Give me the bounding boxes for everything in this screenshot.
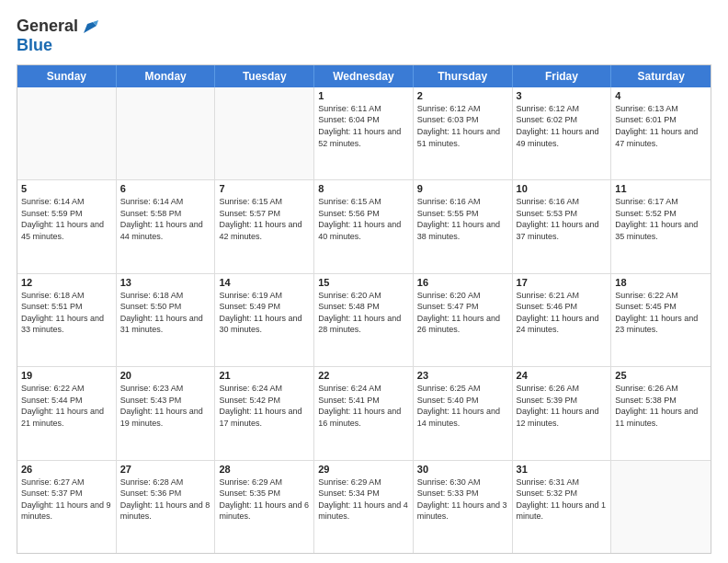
day-cell-1: 1Sunrise: 6:11 AMSunset: 6:04 PMDaylight… <box>314 87 414 179</box>
cell-info: Sunrise: 6:24 AMSunset: 5:42 PMDaylight:… <box>219 383 310 429</box>
cell-info: Sunrise: 6:29 AMSunset: 5:35 PMDaylight:… <box>219 477 310 523</box>
day-number: 5 <box>21 183 112 194</box>
cell-info: Sunrise: 6:12 AMSunset: 6:03 PMDaylight:… <box>417 103 508 149</box>
day-of-week-wednesday: Wednesday <box>314 65 414 87</box>
cell-info: Sunrise: 6:20 AMSunset: 5:47 PMDaylight:… <box>417 290 508 336</box>
day-number: 24 <box>517 370 608 381</box>
day-of-week-friday: Friday <box>513 65 612 87</box>
day-number: 6 <box>120 183 211 194</box>
cell-info: Sunrise: 6:15 AMSunset: 5:56 PMDaylight:… <box>318 196 409 242</box>
empty-cell <box>215 87 314 179</box>
calendar-header: SundayMondayTuesdayWednesdayThursdayFrid… <box>17 65 711 87</box>
cell-info: Sunrise: 6:13 AMSunset: 6:01 PMDaylight:… <box>615 103 707 149</box>
day-number: 12 <box>21 277 112 288</box>
day-of-week-thursday: Thursday <box>414 65 513 87</box>
cell-info: Sunrise: 6:11 AMSunset: 6:04 PMDaylight:… <box>318 103 409 149</box>
cell-info: Sunrise: 6:24 AMSunset: 5:41 PMDaylight:… <box>318 383 409 429</box>
day-number: 21 <box>219 370 310 381</box>
day-cell-10: 10Sunrise: 6:16 AMSunset: 5:53 PMDayligh… <box>513 180 612 272</box>
day-cell-8: 8Sunrise: 6:15 AMSunset: 5:56 PMDaylight… <box>314 180 414 272</box>
day-cell-7: 7Sunrise: 6:15 AMSunset: 5:57 PMDaylight… <box>215 180 314 272</box>
cell-info: Sunrise: 6:14 AMSunset: 5:58 PMDaylight:… <box>120 196 211 242</box>
day-number: 1 <box>318 90 409 101</box>
calendar: SundayMondayTuesdayWednesdayThursdayFrid… <box>17 64 711 554</box>
day-number: 15 <box>318 277 409 288</box>
day-cell-31: 31Sunrise: 6:31 AMSunset: 5:32 PMDayligh… <box>513 461 612 553</box>
day-number: 22 <box>318 370 409 381</box>
cell-info: Sunrise: 6:17 AMSunset: 5:52 PMDaylight:… <box>615 196 707 242</box>
day-cell-18: 18Sunrise: 6:22 AMSunset: 5:45 PMDayligh… <box>611 274 711 366</box>
calendar-row-5: 26Sunrise: 6:27 AMSunset: 5:37 PMDayligh… <box>17 461 711 553</box>
day-of-week-saturday: Saturday <box>611 65 711 87</box>
day-cell-26: 26Sunrise: 6:27 AMSunset: 5:37 PMDayligh… <box>17 461 117 553</box>
day-cell-2: 2Sunrise: 6:12 AMSunset: 6:03 PMDaylight… <box>414 87 513 179</box>
cell-info: Sunrise: 6:23 AMSunset: 5:43 PMDaylight:… <box>120 383 211 429</box>
day-number: 10 <box>517 183 608 194</box>
day-number: 17 <box>517 277 608 288</box>
day-number: 7 <box>219 183 310 194</box>
cell-info: Sunrise: 6:18 AMSunset: 5:50 PMDaylight:… <box>120 290 211 336</box>
day-cell-28: 28Sunrise: 6:29 AMSunset: 5:35 PMDayligh… <box>215 461 314 553</box>
cell-info: Sunrise: 6:16 AMSunset: 5:53 PMDaylight:… <box>517 196 608 242</box>
day-cell-23: 23Sunrise: 6:25 AMSunset: 5:40 PMDayligh… <box>414 367 513 459</box>
day-cell-25: 25Sunrise: 6:26 AMSunset: 5:38 PMDayligh… <box>611 367 711 459</box>
calendar-row-4: 19Sunrise: 6:22 AMSunset: 5:44 PMDayligh… <box>17 367 711 460</box>
cell-info: Sunrise: 6:12 AMSunset: 6:02 PMDaylight:… <box>517 103 608 149</box>
cell-info: Sunrise: 6:25 AMSunset: 5:40 PMDaylight:… <box>417 383 508 429</box>
cell-info: Sunrise: 6:29 AMSunset: 5:34 PMDaylight:… <box>318 477 409 523</box>
page: General Blue SundayMondayTuesdayWednesda… <box>0 0 728 563</box>
day-number: 4 <box>615 90 707 101</box>
cell-info: Sunrise: 6:27 AMSunset: 5:37 PMDaylight:… <box>21 477 112 523</box>
logo: General Blue <box>17 17 100 55</box>
day-number: 23 <box>417 370 508 381</box>
cell-info: Sunrise: 6:22 AMSunset: 5:44 PMDaylight:… <box>21 383 112 429</box>
cell-info: Sunrise: 6:28 AMSunset: 5:36 PMDaylight:… <box>120 477 211 523</box>
calendar-row-3: 12Sunrise: 6:18 AMSunset: 5:51 PMDayligh… <box>17 274 711 367</box>
day-cell-29: 29Sunrise: 6:29 AMSunset: 5:34 PMDayligh… <box>314 461 414 553</box>
day-cell-14: 14Sunrise: 6:19 AMSunset: 5:49 PMDayligh… <box>215 274 314 366</box>
day-cell-27: 27Sunrise: 6:28 AMSunset: 5:36 PMDayligh… <box>117 461 216 553</box>
day-number: 31 <box>517 464 608 475</box>
day-cell-16: 16Sunrise: 6:20 AMSunset: 5:47 PMDayligh… <box>414 274 513 366</box>
cell-info: Sunrise: 6:31 AMSunset: 5:32 PMDaylight:… <box>517 477 608 523</box>
calendar-row-2: 5Sunrise: 6:14 AMSunset: 5:59 PMDaylight… <box>17 180 711 273</box>
day-number: 13 <box>120 277 211 288</box>
day-number: 9 <box>417 183 508 194</box>
day-cell-19: 19Sunrise: 6:22 AMSunset: 5:44 PMDayligh… <box>17 367 117 459</box>
logo-icon <box>80 17 100 37</box>
cell-info: Sunrise: 6:21 AMSunset: 5:46 PMDaylight:… <box>517 290 608 336</box>
cell-info: Sunrise: 6:19 AMSunset: 5:49 PMDaylight:… <box>219 290 310 336</box>
day-cell-15: 15Sunrise: 6:20 AMSunset: 5:48 PMDayligh… <box>314 274 414 366</box>
day-cell-6: 6Sunrise: 6:14 AMSunset: 5:58 PMDaylight… <box>117 180 216 272</box>
day-cell-3: 3Sunrise: 6:12 AMSunset: 6:02 PMDaylight… <box>513 87 612 179</box>
day-cell-20: 20Sunrise: 6:23 AMSunset: 5:43 PMDayligh… <box>117 367 216 459</box>
day-cell-11: 11Sunrise: 6:17 AMSunset: 5:52 PMDayligh… <box>611 180 711 272</box>
day-number: 20 <box>120 370 211 381</box>
day-number: 26 <box>21 464 112 475</box>
day-number: 11 <box>615 183 707 194</box>
day-cell-4: 4Sunrise: 6:13 AMSunset: 6:01 PMDaylight… <box>611 87 711 179</box>
calendar-row-1: 1Sunrise: 6:11 AMSunset: 6:04 PMDaylight… <box>17 87 711 180</box>
day-number: 30 <box>417 464 508 475</box>
logo-blue-text: Blue <box>17 37 100 55</box>
day-cell-12: 12Sunrise: 6:18 AMSunset: 5:51 PMDayligh… <box>17 274 117 366</box>
day-number: 16 <box>417 277 508 288</box>
day-number: 25 <box>615 370 707 381</box>
calendar-body: 1Sunrise: 6:11 AMSunset: 6:04 PMDaylight… <box>17 87 711 553</box>
cell-info: Sunrise: 6:30 AMSunset: 5:33 PMDaylight:… <box>417 477 508 523</box>
day-cell-9: 9Sunrise: 6:16 AMSunset: 5:55 PMDaylight… <box>414 180 513 272</box>
day-cell-5: 5Sunrise: 6:14 AMSunset: 5:59 PMDaylight… <box>17 180 117 272</box>
day-number: 28 <box>219 464 310 475</box>
empty-cell <box>117 87 216 179</box>
day-cell-24: 24Sunrise: 6:26 AMSunset: 5:39 PMDayligh… <box>513 367 612 459</box>
cell-info: Sunrise: 6:26 AMSunset: 5:39 PMDaylight:… <box>517 383 608 429</box>
logo-general-text: General <box>17 17 78 36</box>
cell-info: Sunrise: 6:26 AMSunset: 5:38 PMDaylight:… <box>615 383 707 429</box>
cell-info: Sunrise: 6:22 AMSunset: 5:45 PMDaylight:… <box>615 290 707 336</box>
day-number: 29 <box>318 464 409 475</box>
day-number: 3 <box>517 90 608 101</box>
day-cell-22: 22Sunrise: 6:24 AMSunset: 5:41 PMDayligh… <box>314 367 414 459</box>
day-cell-13: 13Sunrise: 6:18 AMSunset: 5:50 PMDayligh… <box>117 274 216 366</box>
day-number: 2 <box>417 90 508 101</box>
day-cell-17: 17Sunrise: 6:21 AMSunset: 5:46 PMDayligh… <box>513 274 612 366</box>
